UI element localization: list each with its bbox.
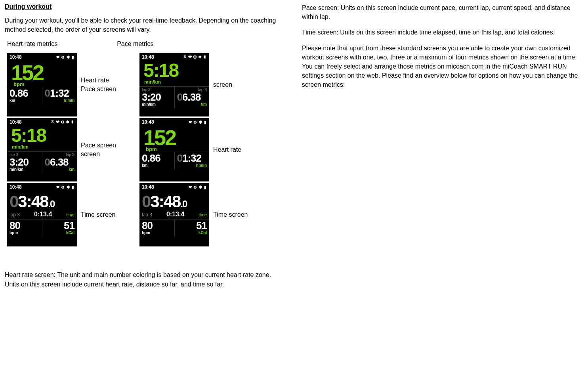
lap-dist-grey: 0 [177, 91, 182, 103]
section-title: During workout [5, 3, 286, 10]
lap-label: lap 3 [10, 212, 20, 218]
hr-value: 152 [143, 126, 176, 149]
time-bpm-unit: bpm [142, 231, 172, 235]
hr-value: 152 [11, 61, 43, 84]
status-time: 10:48 [10, 184, 22, 190]
pace-value: 5:18 [139, 61, 209, 80]
label-r1c1: Heart rate Pace screen [77, 76, 139, 94]
status-icons: ❤ ⚙ ✱ ▮ [189, 185, 207, 189]
hr-elapsed-grey: 0 [45, 87, 50, 99]
time-big-grey: 0 [142, 192, 150, 211]
time-big-small: .0 [48, 199, 54, 209]
pace-watch-1: 10:48 ⧖ ❤ ⚙ ✱ ▮ 5:18 min/km lap 3 3:20 m… [139, 53, 209, 116]
lap-dist: 6.38 [182, 91, 201, 103]
lap-pace-unit: min/km [10, 167, 40, 172]
watch-grid: 10:48 ❤ ⚙ ✱ ▮ 152 bpm 0.86 km 01:32 [7, 53, 286, 246]
hr-dist: 0.86 [142, 153, 172, 163]
pace-watch-2: 10:48 ⧖ ❤ ⚙ ✱ ▮ 5:18 min/km lap 3 3:20 m… [7, 118, 77, 181]
status-icons: ❤ ⚙ ✱ ▮ [56, 185, 74, 189]
hr-dist-unit: km [142, 163, 172, 168]
label-r2c1: Pace screen screen [77, 141, 139, 159]
hr-elapsed: 1:32 [182, 152, 201, 164]
intro-paragraph: During your workout, you'll be able to c… [5, 16, 286, 34]
hr-watch-1: 10:48 ❤ ⚙ ✱ ▮ 152 bpm 0.86 km 01:32 [7, 53, 77, 116]
custom-screens-note: Please note that apart from these standa… [302, 44, 583, 90]
status-icons: ❤ ⚙ ✱ ▮ [189, 120, 207, 124]
status-time: 10:48 [142, 54, 154, 60]
status-time: 10:48 [142, 119, 154, 125]
hr-elapsed: 1:32 [50, 87, 69, 99]
time-big-small: .0 [180, 199, 187, 209]
pace-screen-desc: Pace screen: Units on this screen includ… [302, 3, 583, 21]
lap-pace-unit: min/km [142, 102, 172, 107]
label-r1c2: screen [209, 80, 272, 89]
hr-elapsed-grey: 0 [177, 152, 182, 164]
lap-dist: 6.38 [50, 156, 69, 168]
time-label: time [199, 212, 207, 217]
label-r3c1: Time screen [77, 210, 139, 219]
status-time: 10:48 [10, 119, 22, 125]
time-kcal-unit: kCal [45, 231, 75, 235]
status-icons: ⧖ ❤ ⚙ ✱ ▮ [51, 120, 74, 124]
lap-pace: 3:20 [142, 92, 172, 102]
hr-screen-desc: Heart rate screen: The unit and main num… [5, 270, 286, 288]
label-r2c2: Heart rate [209, 145, 272, 154]
pace-value: 5:18 [7, 126, 77, 145]
time-label: time [66, 212, 74, 217]
status-icons: ❤ ⚙ ✱ ▮ [56, 55, 74, 59]
time-screen-desc: Time screen: Units on this screen includ… [302, 28, 583, 37]
time-big-grey: 0 [10, 192, 18, 211]
time-bpm: 80 [142, 220, 172, 231]
pace-metrics-header: Pace metrics [117, 40, 153, 48]
lap-dist-grey: 0 [45, 156, 50, 168]
hr-dist: 0.86 [10, 88, 40, 98]
hr-metrics-header: Heart rate metrics [7, 40, 57, 48]
status-icons: ⧖ ❤ ⚙ ✱ ▮ [183, 55, 207, 59]
lap-pace: 3:20 [10, 157, 40, 167]
time-kcal: 51 [177, 220, 207, 231]
status-time: 10:48 [142, 184, 154, 190]
lap-label: lap 3 [142, 212, 152, 218]
lap-time: 0:13.4 [166, 211, 184, 218]
time-kcal-unit: kCal [177, 231, 207, 235]
time-watch-1: 10:48 ❤ ⚙ ✱ ▮ 03:48.0 lap 3 0:13.4 time … [7, 183, 77, 246]
time-kcal: 51 [45, 220, 75, 231]
time-watch-2: 10:48 ❤ ⚙ ✱ ▮ 03:48.0 lap 3 0:13.4 time … [139, 183, 209, 246]
label-r3c2: Time screen [209, 210, 272, 219]
time-big-main: 3:48 [150, 192, 180, 211]
time-big-main: 3:48 [18, 192, 48, 211]
hr-dist-unit: km [10, 98, 40, 103]
time-bpm: 80 [10, 220, 40, 231]
lap-time: 0:13.4 [34, 211, 52, 218]
time-bpm-unit: bpm [10, 231, 40, 235]
status-time: 10:48 [10, 54, 22, 60]
hr-watch-2: 10:48 ❤ ⚙ ✱ ▮ 152 bpm 0.86 km 01:32 [139, 118, 209, 181]
